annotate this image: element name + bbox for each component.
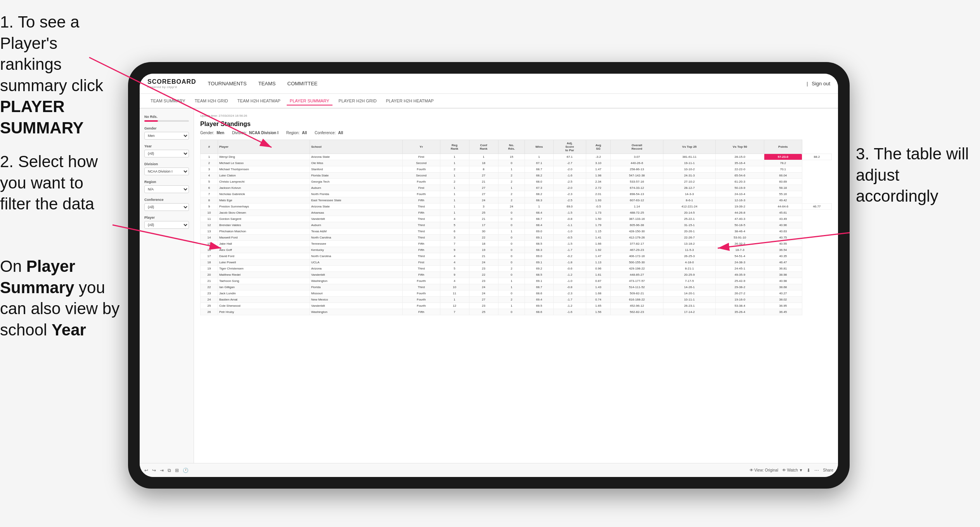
subnav-player-h2h-grid[interactable]: PLAYER H2H GRID: [336, 97, 380, 105]
table-cell: 17-14-2: [663, 309, 715, 315]
slider[interactable]: [144, 120, 189, 122]
forward-icon[interactable]: ⇥: [160, 468, 164, 473]
nav-item-tournaments[interactable]: TOURNAMENTS: [208, 79, 247, 88]
table-cell: 3: [469, 204, 498, 210]
subnav-team-h2h-heatmap[interactable]: TEAM H2H HEATMAP: [234, 97, 284, 105]
table-cell: 24: [469, 284, 498, 290]
table-cell: 24-10-4: [716, 191, 764, 197]
table-cell: 25-22-1: [663, 216, 715, 222]
share-label[interactable]: Share: [823, 468, 833, 472]
table-cell: 607-63-12: [611, 197, 663, 204]
table-cell: Auburn: [310, 185, 402, 191]
table-cell: 40.98: [764, 278, 802, 284]
col-vs-top25: Vs Top 25: [663, 140, 715, 154]
paste-icon[interactable]: ⊞: [175, 468, 179, 473]
table-cell: 68.4: [525, 222, 554, 228]
table-row: 10Jacob Skov-OlesenArkansasFifth125068.4…: [201, 210, 832, 216]
table-cell: 27: [469, 173, 498, 179]
table-row: 14Maxwell FordNorth CarolinaThird322069.…: [201, 235, 832, 241]
table-cell: 40.35: [764, 253, 802, 259]
table-cell: Vanderbilt: [310, 216, 402, 222]
table-cell: 21: [201, 278, 218, 284]
no-rds-label: No Rds.: [144, 115, 189, 119]
table-cell: 10-11-1: [663, 297, 715, 303]
subnav-player-h2h-heatmap[interactable]: PLAYER H2H HEATMAP: [383, 97, 437, 105]
copy-icon[interactable]: ⧉: [168, 468, 171, 473]
table-cell: 40.75: [764, 235, 802, 241]
table-cell: Christo Lamprecht: [218, 179, 310, 185]
table-cell: Michael Thorbjornsen: [218, 166, 310, 173]
table-cell: Third: [403, 222, 440, 228]
watch-label[interactable]: 👁 Watch ▼: [782, 468, 803, 472]
subnav-team-summary[interactable]: TEAM SUMMARY: [147, 97, 189, 105]
table-cell: 1: [201, 154, 218, 160]
division-select[interactable]: NCAA Division I: [144, 168, 189, 175]
year-select[interactable]: (All): [144, 150, 189, 157]
table-cell: 26-25-3: [663, 253, 715, 259]
subnav-team-h2h-grid[interactable]: TEAM H2H GRID: [192, 97, 231, 105]
table-cell: 69.1: [525, 278, 554, 284]
table-cell: 605-96-38: [611, 222, 663, 228]
table-cell: 21: [469, 253, 498, 259]
table-cell: 8: [201, 197, 218, 204]
table-cell: -1.2: [553, 272, 586, 278]
table-cell: Bastien Amat: [218, 297, 310, 303]
table-cell: Jacob Skov-Olesen: [218, 210, 310, 216]
table-cell: 40.63: [764, 228, 802, 235]
nav-item-teams[interactable]: TEAMS: [258, 79, 276, 88]
table-cell: 14: [201, 235, 218, 241]
table-cell: 1.92: [586, 247, 611, 253]
col-rank: #: [201, 140, 218, 154]
table-cell: 69.1: [525, 235, 554, 241]
table-row: 13Phichaksn MaichonTexas A&MThird630169.…: [201, 228, 832, 235]
table-cell: 10-10-2: [663, 166, 715, 173]
nav-item-committee[interactable]: COMMITTEE: [287, 79, 318, 88]
clock-icon[interactable]: 🕐: [183, 468, 189, 473]
table-cell: 28-12-7: [663, 185, 715, 191]
table-cell: 14-20-1: [663, 290, 715, 297]
table-row: 22Ian GilliganFloridaThird1024168.7-0.81…: [201, 284, 832, 290]
section-title: Player Standings: [200, 121, 832, 128]
gender-select[interactable]: Men: [144, 132, 189, 140]
filter-division: Division: NCAA Division I: [232, 131, 279, 135]
undo-icon[interactable]: ↩: [144, 468, 148, 473]
table-cell: David Ford: [218, 253, 310, 259]
table-cell: Petr Hruby: [218, 309, 310, 315]
table-cell: 1: [498, 185, 525, 191]
conference-select[interactable]: (All): [144, 203, 189, 211]
table-cell: 26-32-2: [716, 241, 764, 247]
player-select[interactable]: (All): [144, 221, 189, 229]
table-cell: Fourth: [403, 166, 440, 173]
table-cell: 473-177-57: [611, 278, 663, 284]
table-cell: 1.56: [586, 309, 611, 315]
slider-container: [144, 120, 189, 122]
download-icon[interactable]: ⬇: [807, 468, 810, 473]
table-cell: -1.0: [553, 278, 586, 284]
share-icon-toolbar[interactable]: ⋯: [814, 468, 819, 473]
table-row: 2Michael Le SassoOle MissSecond118067.1-…: [201, 160, 832, 166]
redo-icon[interactable]: ↪: [152, 468, 156, 473]
table-cell: 1: [440, 297, 469, 303]
sign-out-button[interactable]: Sign out: [812, 79, 830, 88]
table-cell: 1.15: [586, 228, 611, 235]
view-label[interactable]: 👁 View: Original: [750, 468, 778, 472]
table-cell: Preston Summerhays: [218, 204, 310, 210]
filter-region-value: All: [302, 131, 307, 135]
table-row: 9Preston SummerhaysArizona StateThird132…: [201, 204, 832, 210]
subnav-player-summary[interactable]: PLAYER SUMMARY: [287, 97, 332, 105]
step4-container: On Player Summary you can also view by s…: [0, 256, 120, 340]
table-cell: 1.66: [586, 241, 611, 247]
table-cell: 13: [201, 228, 218, 235]
table-cell: Arizona State: [310, 154, 402, 160]
table-cell: 674-33-12: [611, 185, 663, 191]
table-row: 24Bastien AmatNew MexicoFourth127269.4-1…: [201, 297, 832, 303]
table-cell: Arizona: [310, 266, 402, 272]
table-cell: 16: [201, 247, 218, 253]
col-adj-score: Adj.Scoreto Par: [553, 140, 586, 154]
table-cell: 1: [440, 185, 469, 191]
table-cell: 1.43: [586, 284, 611, 290]
table-cell: 381-61-11: [663, 154, 715, 160]
table-cell: 78.2: [764, 160, 802, 166]
region-select[interactable]: N/A: [144, 185, 189, 193]
table-cell: -2.5: [553, 179, 586, 185]
